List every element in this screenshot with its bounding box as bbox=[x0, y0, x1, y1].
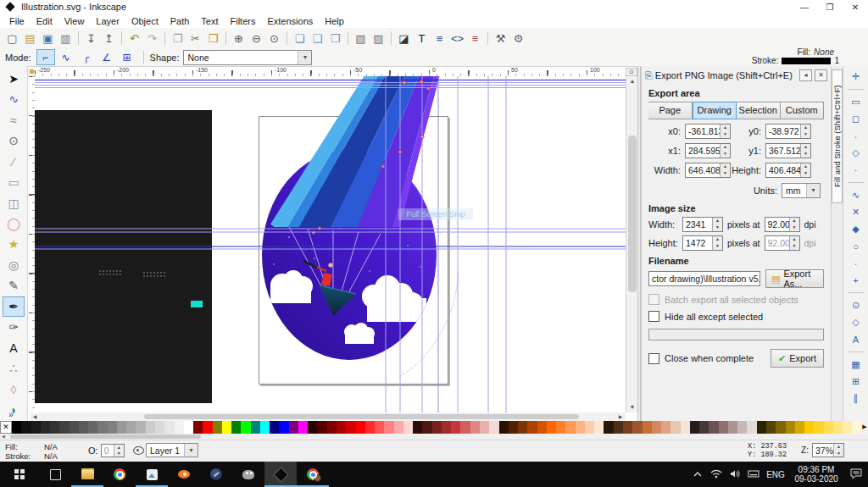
palette-swatch[interactable] bbox=[670, 421, 680, 434]
text-tool-icon[interactable]: A bbox=[3, 338, 25, 357]
undo-icon[interactable]: ↶ bbox=[126, 30, 142, 47]
units-dropdown[interactable]: mm ▾ bbox=[782, 183, 821, 198]
palette-swatch[interactable] bbox=[260, 421, 270, 434]
minimize-icon[interactable]: — bbox=[792, 3, 817, 12]
spinner[interactable]: ▲▼ bbox=[800, 163, 810, 177]
palette-swatch[interactable] bbox=[21, 421, 31, 434]
dock-collapse-icon[interactable]: ◂ bbox=[799, 69, 812, 81]
palette-swatch[interactable] bbox=[556, 421, 565, 434]
mode-straight-icon[interactable]: ∠ bbox=[97, 49, 116, 65]
palette-swatch[interactable] bbox=[643, 421, 652, 434]
menu-text[interactable]: Text bbox=[195, 15, 224, 27]
palette-swatch[interactable] bbox=[375, 421, 384, 434]
star-tool-icon[interactable]: ★ bbox=[3, 235, 25, 254]
layer-selector[interactable]: Layer 1 ▾ bbox=[146, 443, 198, 457]
image-height-field[interactable]: 1472 ▲▼ bbox=[682, 235, 723, 251]
snap-nodes-icon[interactable]: ∿ bbox=[848, 188, 865, 202]
palette-swatch[interactable] bbox=[97, 421, 107, 434]
quick-zoom-button[interactable]: ⊙ bbox=[626, 68, 637, 76]
pencil-tool-icon[interactable]: ✎ bbox=[3, 276, 25, 296]
chrome-icon[interactable] bbox=[103, 462, 136, 487]
palette-swatch[interactable] bbox=[509, 421, 518, 434]
eraser-tool-icon[interactable]: ◊ bbox=[3, 379, 25, 399]
palette-swatch[interactable] bbox=[480, 421, 489, 434]
fill-and-stroke-tab[interactable]: Fill and Stroke (Shift+Ctrl+F) bbox=[832, 69, 843, 203]
menu-filters[interactable]: Filters bbox=[225, 15, 262, 27]
spinner[interactable]: ▲▼ bbox=[720, 125, 730, 138]
stroke-width[interactable]: 1 bbox=[834, 57, 839, 65]
palette-swatch[interactable] bbox=[346, 421, 355, 434]
gimp-icon[interactable] bbox=[232, 462, 264, 487]
palette-swatch[interactable] bbox=[432, 421, 442, 434]
menu-object[interactable]: Object bbox=[125, 15, 164, 27]
snap-bbox-icon[interactable]: ▭ bbox=[848, 95, 865, 109]
palette-swatch[interactable] bbox=[12, 421, 21, 434]
snap-cusp-nodes-icon[interactable]: ○ bbox=[848, 239, 865, 253]
palette-swatch[interactable] bbox=[576, 421, 585, 434]
preferences-icon[interactable]: ⚙ bbox=[510, 30, 526, 47]
vertical-scroll-thumb[interactable] bbox=[628, 136, 637, 292]
palette-swatch[interactable] bbox=[547, 421, 556, 434]
snap-grids-icon[interactable]: ⊞ bbox=[848, 374, 865, 389]
snap-page-border-icon[interactable]: ▦ bbox=[848, 357, 865, 372]
measure-tool-icon[interactable]: ∕ bbox=[3, 152, 25, 171]
palette-swatch[interactable] bbox=[527, 421, 537, 434]
mode-bezier-icon[interactable]: ⌐ bbox=[36, 49, 55, 65]
palette-swatch[interactable] bbox=[518, 421, 527, 434]
blender-icon[interactable] bbox=[168, 462, 200, 487]
opacity-field[interactable]: 0 ▲▼ bbox=[101, 444, 125, 457]
palette-swatch[interactable] bbox=[193, 421, 203, 434]
palette-swatch[interactable] bbox=[222, 421, 231, 434]
tray-expand-icon[interactable] bbox=[688, 469, 707, 479]
selector-tool-icon[interactable]: ➤ bbox=[3, 69, 25, 88]
new-document-icon[interactable]: ▢ bbox=[4, 30, 20, 47]
palette-swatch[interactable] bbox=[403, 421, 413, 434]
snap-smooth-nodes-icon[interactable]: ∙ bbox=[848, 256, 865, 270]
task-view-button[interactable] bbox=[39, 462, 71, 487]
palette-swatch[interactable] bbox=[460, 421, 470, 434]
menu-layer[interactable]: Layer bbox=[90, 15, 125, 27]
xml-editor-icon[interactable]: <> bbox=[449, 30, 465, 47]
palette-swatch[interactable] bbox=[451, 421, 460, 434]
menu-view[interactable]: View bbox=[58, 15, 91, 27]
palette-swatch[interactable] bbox=[422, 421, 431, 434]
notification-center-icon[interactable] bbox=[844, 468, 868, 480]
palette-swatch[interactable] bbox=[719, 421, 728, 434]
palette-swatch[interactable] bbox=[213, 421, 222, 434]
paint-app-icon[interactable] bbox=[200, 462, 232, 487]
scroll-up-icon[interactable]: ▲ bbox=[626, 76, 638, 86]
x1-field[interactable]: 284.595 ▲▼ bbox=[685, 143, 731, 158]
palette-swatch[interactable] bbox=[79, 421, 88, 434]
bucket-tool-icon[interactable]: ◗ bbox=[3, 401, 25, 420]
palette-swatch[interactable] bbox=[231, 421, 241, 434]
horizontal-scrollbar[interactable]: ◀ ▶ bbox=[30, 412, 626, 421]
snap-bbox-centers-icon[interactable]: · bbox=[848, 163, 865, 177]
palette-swatch[interactable] bbox=[814, 421, 823, 434]
palette-swatch[interactable] bbox=[632, 421, 642, 434]
vertical-scrollbar[interactable]: ▲ ▼ bbox=[626, 76, 637, 412]
create-clone-icon[interactable]: ❑ bbox=[309, 30, 326, 47]
start-button[interactable] bbox=[0, 462, 39, 487]
palette-swatch[interactable] bbox=[384, 421, 393, 434]
palette-swatch[interactable] bbox=[786, 421, 795, 434]
palette-swatch[interactable] bbox=[59, 421, 69, 434]
snap-bbox-edges-icon[interactable]: ◻ bbox=[848, 112, 865, 126]
paste-icon[interactable]: ❒ bbox=[205, 30, 221, 47]
zoom-field[interactable]: 37% ▲▼ bbox=[812, 443, 844, 457]
palette-swatch[interactable] bbox=[413, 421, 422, 434]
snap-bbox-corners-icon[interactable]: ∙ bbox=[848, 129, 865, 143]
stroke-color-swatch[interactable] bbox=[782, 58, 831, 64]
print-icon[interactable]: ▥ bbox=[58, 30, 74, 47]
palette-swatch[interactable] bbox=[356, 421, 365, 434]
fill-status-value[interactable]: N/A bbox=[44, 442, 58, 451]
palette-swatch[interactable] bbox=[251, 421, 260, 434]
export-button[interactable]: ✔ Export bbox=[771, 349, 824, 368]
palette-scrollbar[interactable]: ◀ bbox=[0, 434, 868, 440]
palette-swatch[interactable] bbox=[661, 421, 670, 434]
export-icon[interactable]: ↥ bbox=[101, 30, 117, 47]
snap-guides-icon[interactable]: ∥ bbox=[848, 391, 865, 406]
menu-edit[interactable]: Edit bbox=[31, 15, 58, 27]
group-icon[interactable]: ▧ bbox=[353, 30, 369, 47]
palette-swatch[interactable] bbox=[766, 421, 776, 434]
palette-swatch[interactable] bbox=[164, 421, 174, 434]
